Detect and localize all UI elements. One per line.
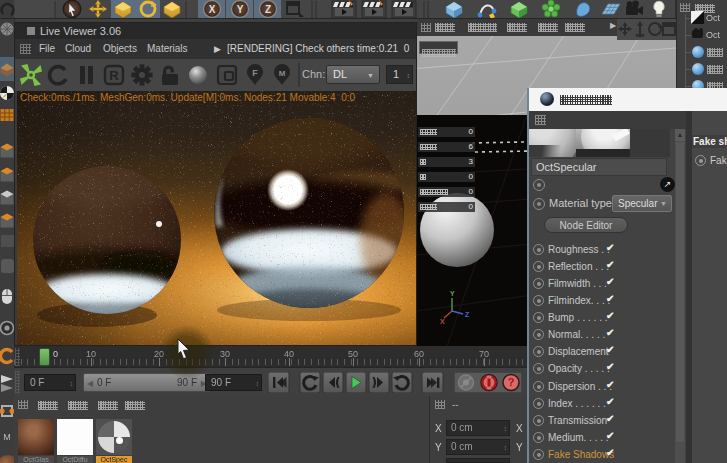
svg-text:Y: Y — [450, 290, 455, 297]
svg-text:?: ? — [508, 376, 515, 388]
svg-text:Y: Y — [237, 4, 244, 15]
svg-text:R: R — [109, 68, 119, 83]
svg-text:M: M — [3, 432, 11, 442]
svg-text:Z: Z — [265, 4, 271, 15]
svg-text:X: X — [440, 318, 445, 325]
svg-text:M: M — [279, 69, 286, 78]
svg-text:Z: Z — [465, 311, 470, 318]
svg-text:X: X — [209, 4, 216, 15]
svg-text:F: F — [252, 68, 258, 78]
